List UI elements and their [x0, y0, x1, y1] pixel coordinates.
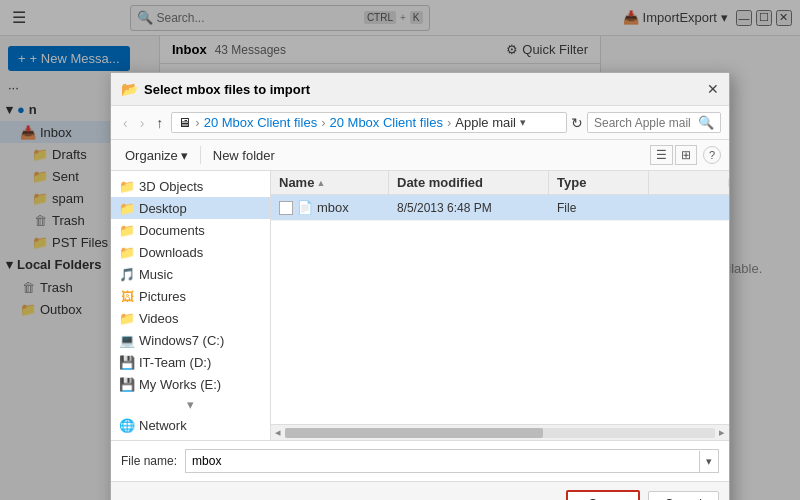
file-row-mbox[interactable]: 📄 mbox 8/5/2013 6:48 PM File — [271, 195, 729, 221]
up-button[interactable]: ↑ — [152, 113, 167, 133]
scroll-right-icon[interactable]: ▸ — [719, 426, 725, 439]
organize-chevron: ▾ — [181, 148, 188, 163]
drive-icon: 💾 — [119, 354, 135, 370]
organize-button[interactable]: Organize ▾ — [119, 146, 194, 165]
tree-label: 3D Objects — [139, 179, 203, 194]
type-header-label: Type — [557, 175, 586, 190]
file-icon: 📄 — [297, 200, 313, 215]
open-button[interactable]: Open — [566, 490, 639, 500]
folder-icon: 📁 — [119, 178, 135, 194]
dialog-title: Select mbox files to import — [144, 82, 701, 97]
scrollbar-track[interactable] — [285, 428, 715, 438]
filename-label: File name: — [121, 454, 177, 468]
horizontal-scrollbar[interactable]: ◂ ▸ — [271, 424, 729, 440]
tree-label: Desktop — [139, 201, 187, 216]
network-icon: 🌐 — [119, 417, 135, 433]
filename-input-wrap[interactable]: ▾ — [185, 449, 719, 473]
tree-label: Network — [139, 418, 187, 433]
date-header-label: Date modified — [397, 175, 483, 190]
drive-icon: 💻 — [119, 332, 135, 348]
file-type-cell: File — [549, 199, 649, 217]
nav-search-icon: 🔍 — [698, 115, 714, 130]
dialog-icon: 📂 — [121, 81, 138, 97]
folder-icon: 📁 — [119, 244, 135, 260]
sort-icon: ▲ — [316, 178, 325, 188]
tree-item-videos[interactable]: 📁 Videos — [111, 307, 270, 329]
tree-item-d-drive[interactable]: 💾 IT-Team (D:) — [111, 351, 270, 373]
folder-icon: 📁 — [119, 200, 135, 216]
nav-search-box[interactable]: 🔍 — [587, 112, 721, 133]
file-checkbox[interactable] — [279, 201, 293, 215]
tree-label: Music — [139, 267, 173, 282]
breadcrumb-bar[interactable]: 🖥 › 20 Mbox Client files › 20 Mbox Clien… — [171, 112, 567, 133]
file-import-dialog: 📂 Select mbox files to import ✕ ‹ › ↑ 🖥 … — [110, 72, 730, 500]
tree-label: Pictures — [139, 289, 186, 304]
videos-folder-icon: 📁 — [119, 310, 135, 326]
size-column-header[interactable] — [649, 179, 729, 187]
tree-item-pictures[interactable]: 🖼 Pictures — [111, 285, 270, 307]
navigation-bar: ‹ › ↑ 🖥 › 20 Mbox Client files › 20 Mbox… — [111, 106, 729, 140]
scrollbar-thumb[interactable] — [285, 428, 543, 438]
breadcrumb-current: Apple mail — [455, 115, 516, 130]
file-pane: 📁 3D Objects 📁 Desktop 📁 Documents 📁 Dow… — [111, 171, 729, 440]
cancel-button[interactable]: Cancel — [648, 491, 719, 500]
file-size-cell — [649, 206, 729, 210]
tree-label: IT-Team (D:) — [139, 355, 211, 370]
folder-icon: 📁 — [119, 222, 135, 238]
help-button[interactable]: ? — [703, 146, 721, 164]
breadcrumb-item-2[interactable]: 20 Mbox Client files — [329, 115, 442, 130]
tree-label: Downloads — [139, 245, 203, 260]
tree-item-c-drive[interactable]: 💻 Windows7 (C:) — [111, 329, 270, 351]
tree-label: My Works (E:) — [139, 377, 221, 392]
pictures-folder-icon: 🖼 — [119, 288, 135, 304]
files-list: 📄 mbox 8/5/2013 6:48 PM File — [271, 195, 729, 424]
name-column-header[interactable]: Name ▲ — [271, 171, 389, 194]
tree-item-music[interactable]: 🎵 Music — [111, 263, 270, 285]
back-button[interactable]: ‹ — [119, 113, 132, 133]
dialog-actions: Open Cancel — [111, 481, 729, 500]
file-name-text: mbox — [317, 200, 349, 215]
tree-item-documents[interactable]: 📁 Documents — [111, 219, 270, 241]
grid-view-button[interactable]: ⊞ — [675, 145, 697, 165]
breadcrumb-sep-1: › — [195, 115, 199, 130]
chevron-down-icon: ▾ — [187, 397, 194, 412]
drive-icon: 💾 — [119, 376, 135, 392]
breadcrumb-icon: 🖥 — [178, 115, 191, 130]
organize-label: Organize — [125, 148, 178, 163]
toolbar-separator — [200, 146, 201, 164]
refresh-button[interactable]: ↻ — [571, 115, 583, 131]
dialog-titlebar: 📂 Select mbox files to import ✕ — [111, 73, 729, 106]
tree-item-network[interactable]: 🌐 Network — [111, 414, 270, 436]
breadcrumb-sep-2: › — [321, 115, 325, 130]
file-toolbar: Organize ▾ New folder ☰ ⊞ ? — [111, 140, 729, 171]
tree-item-e-drive[interactable]: 💾 My Works (E:) — [111, 373, 270, 395]
new-folder-label: New folder — [213, 148, 275, 163]
file-date-cell: 8/5/2013 6:48 PM — [389, 199, 549, 217]
tree-label: Documents — [139, 223, 205, 238]
dialog-close-button[interactable]: ✕ — [707, 81, 719, 97]
tree-item-desktop[interactable]: 📁 Desktop — [111, 197, 270, 219]
tree-label: Videos — [139, 311, 179, 326]
nav-search-input[interactable] — [594, 116, 694, 130]
files-header: Name ▲ Date modified Type — [271, 171, 729, 195]
name-header-label: Name — [279, 175, 314, 190]
type-column-header[interactable]: Type — [549, 171, 649, 194]
scroll-down-indicator[interactable]: ▾ — [111, 395, 270, 414]
files-area: Name ▲ Date modified Type 📄 — [271, 171, 729, 440]
file-name-cell: 📄 mbox — [271, 198, 389, 217]
forward-button[interactable]: › — [136, 113, 149, 133]
folder-tree: 📁 3D Objects 📁 Desktop 📁 Documents 📁 Dow… — [111, 171, 271, 440]
new-folder-button[interactable]: New folder — [207, 146, 281, 165]
view-toggle: ☰ ⊞ — [650, 145, 697, 165]
scroll-left-icon[interactable]: ◂ — [275, 426, 281, 439]
filename-input[interactable] — [186, 450, 699, 472]
music-folder-icon: 🎵 — [119, 266, 135, 282]
breadcrumb-dropdown-button[interactable]: ▾ — [518, 116, 528, 129]
date-column-header[interactable]: Date modified — [389, 171, 549, 194]
list-view-button[interactable]: ☰ — [650, 145, 673, 165]
breadcrumb-item-1[interactable]: 20 Mbox Client files — [204, 115, 317, 130]
tree-item-downloads[interactable]: 📁 Downloads — [111, 241, 270, 263]
filename-dropdown-button[interactable]: ▾ — [699, 451, 718, 472]
tree-item-3d-objects[interactable]: 📁 3D Objects — [111, 175, 270, 197]
breadcrumb-sep-3: › — [447, 115, 451, 130]
